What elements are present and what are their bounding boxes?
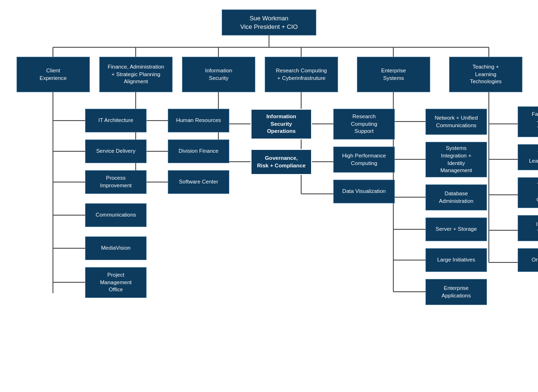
chart-container: Sue Workman Vice President + CIO Client …: [5, 0, 533, 317]
teaching-label: Teaching + Learning Technologies: [470, 63, 502, 86]
teaching-child-instructional: Instructional Technology: [518, 215, 538, 241]
research-child-support: Research Computing Support: [333, 109, 395, 139]
enterprise-child-network: Network + Unified Communications: [425, 109, 487, 135]
level1-client: Client Experience: [17, 57, 90, 92]
enterprise-child-db: Database Administration: [425, 184, 487, 210]
enterprise-label: Enterprise Systems: [381, 67, 406, 82]
infosec-label: Information Security: [205, 67, 233, 82]
client-child-pmo: Project Management Office: [85, 267, 147, 298]
enterprise-child-systems: Systems Integration + Identity Managemen…: [425, 142, 487, 177]
level1-teaching: Teaching + Learning Technologies: [449, 57, 522, 92]
enterprise-child-large: Large Initiatives: [425, 248, 487, 272]
client-child-mediavision: MediaVision: [85, 236, 147, 260]
research-child-dataviz: Data Visualization: [333, 180, 395, 203]
level1-infosec: Information Security: [182, 57, 255, 92]
finance-child-hr: Human Resources: [168, 109, 229, 132]
client-child-it-arch: IT Architecture: [85, 109, 147, 132]
enterprise-child-apps: Enterprise Applications: [425, 279, 487, 305]
level1-finance: Finance, Administration + Strategic Plan…: [99, 57, 173, 92]
infosec-child-operations: Information Security Operations: [251, 109, 312, 139]
teaching-child-online: Online Learning: [518, 248, 538, 272]
root-node: Sue Workman Vice President + CIO: [222, 9, 316, 35]
finance-child-software: Software Center: [168, 170, 229, 194]
finance-label: Finance, Administration + Strategic Plan…: [108, 63, 165, 86]
teaching-child-systems: Teaching + Learning Systems: [518, 144, 538, 170]
client-child-process: Process Improvement: [85, 170, 147, 194]
client-child-service-delivery: Service Delivery: [85, 139, 147, 163]
root-label: Sue Workman Vice President + CIO: [240, 14, 298, 31]
enterprise-child-server: Server + Storage: [425, 218, 487, 241]
teaching-child-classrooms: Technology Enhanced Classrooms: [518, 177, 538, 208]
level1-enterprise: Enterprise Systems: [357, 57, 430, 92]
client-child-comms: Communications: [85, 203, 147, 227]
research-child-hpc: High Performance Computing: [333, 147, 395, 173]
level1-research: Research Computing + Cyberinfrastruture: [265, 57, 338, 92]
org-chart: Sue Workman Vice President + CIO Client …: [0, 0, 538, 392]
teaching-child-faculty: Faculty Support + Academic Technology: [518, 106, 538, 137]
finance-child-division: Division Finance: [168, 139, 229, 163]
infosec-child-governance: Governance, Risk + Compliance: [251, 149, 312, 175]
client-label: Client Experience: [40, 67, 67, 82]
research-label: Research Computing + Cyberinfrastruture: [276, 67, 327, 82]
